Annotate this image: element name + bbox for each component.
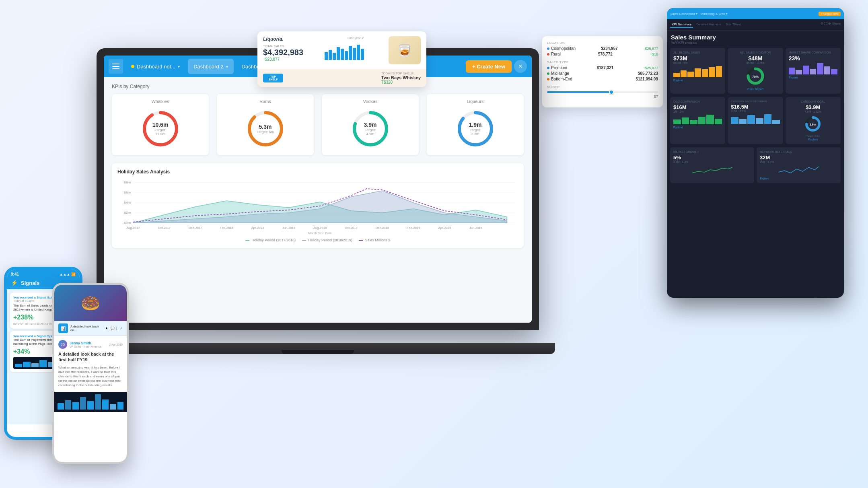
loc-name-1: Cosmopolitan <box>551 46 576 51</box>
kpi-card-liqueurs: Liqueurs 1.9m Target: 2.2m <box>427 94 524 155</box>
liquoria-brand: Liquoria. <box>263 36 303 42</box>
st-name-2: Mid-range <box>551 71 569 76</box>
location-title: LOCATION <box>547 41 658 45</box>
card1-value: $73M <box>673 55 722 62</box>
card2-sub: $5.5M · 13.5% <box>731 62 780 64</box>
slider-track[interactable] <box>547 91 658 93</box>
kpi-label-liqueurs: Liqueurs <box>467 99 483 104</box>
ss-top-cards: ALL GLOBAL SALES $73M 68.2M · 9% Explore… <box>667 46 844 95</box>
cog-explore[interactable]: Explore <box>673 126 722 129</box>
card1-bars <box>673 66 722 77</box>
create-new-button[interactable]: + Create New <box>466 60 512 73</box>
phone-app-title: Signals <box>21 280 39 286</box>
ss-card-market: MARKET SHARE COMPARISON 23% Explain <box>786 48 841 94</box>
svg-text:75%: 75% <box>752 75 759 78</box>
svg-text:$8m: $8m <box>124 180 131 184</box>
svg-text:Aug-2017: Aug-2017 <box>126 226 140 230</box>
slider-value: 57 <box>547 95 658 99</box>
liquoria-card: Liquoria. TOTAL SALES $4,392,983 ↑$23,87… <box>257 31 426 87</box>
svg-text:$6m: $6m <box>124 190 131 194</box>
kpi-label-rums: Rums <box>259 99 271 104</box>
author-title: VP Sales · North America <box>70 345 101 348</box>
bar-1 <box>325 52 328 60</box>
location-row-2: Rural $78,772 +$16 <box>547 52 658 56</box>
loc-dot-2 <box>547 53 549 56</box>
bar-5 <box>341 49 344 60</box>
card3-explore[interactable]: Explain <box>789 76 837 79</box>
ss-card-cog: COG COMPARISON $16M 1M · 2% Explore <box>670 97 725 144</box>
catgoal-ring: 3.9m <box>804 115 822 133</box>
article-author-row: JS Jenny Smith VP Sales · North America … <box>58 340 123 349</box>
top-shelf-label: TODAY'S TOP SHELF <box>381 72 421 75</box>
card1-explore[interactable]: Explore <box>673 79 722 82</box>
kpi-tab-1[interactable]: KPI Summary <box>670 22 693 28</box>
sales-type-title: SALES TYPE <box>547 60 658 64</box>
svg-text:Month Start Date: Month Start Date <box>308 231 331 235</box>
catdec-bars <box>731 114 780 124</box>
ss-title-section: Sales Summary YoY KPI metrics <box>667 31 844 46</box>
tab-dashboard-not[interactable]: Dashboard not... ▾ <box>125 59 185 74</box>
svg-text:Apr-2018: Apr-2018 <box>251 226 264 230</box>
share-icon[interactable]: ↗ <box>120 327 123 330</box>
card1-label: ALL GLOBAL SALES <box>673 51 722 54</box>
bar-4 <box>337 47 340 60</box>
sales-type-row-2: Mid-range $85,772.23 <box>547 71 658 76</box>
bar-8 <box>353 48 356 60</box>
bar-7 <box>349 46 352 60</box>
bar-9 <box>357 45 360 60</box>
slider-fill <box>547 91 614 93</box>
card2-label: ALL SALES INDICATOR <box>731 51 780 54</box>
svg-text:Apr-2019: Apr-2019 <box>438 226 451 230</box>
sales-summary-tablet: Sales Dashboard ▾ Marketing & Web ▾ + Cr… <box>667 8 844 298</box>
card1-sub: 68.2M · 9% <box>673 62 722 64</box>
comment-icon[interactable]: 💬 1 <box>111 327 117 330</box>
growth-label: MARKET GROWTH <box>673 150 751 153</box>
network-explore[interactable]: Explore <box>760 177 837 180</box>
st-value-1: $187,321 <box>597 66 614 70</box>
catdec-value: $16.5M <box>731 104 780 110</box>
ring-value-rums: 5.3m <box>257 124 274 130</box>
ss-card-growth: MARKET GROWTH 5% 4.8M · 1.4% <box>670 147 754 183</box>
ring-target-rums: Target: 6m <box>257 130 274 134</box>
phone-app-icon: ⚡ <box>11 280 18 286</box>
kpi-row: Whiskies 10.6m Target: 11.6m <box>112 94 524 155</box>
chart-legend: Holiday Period (2017/2018) Holiday Perio… <box>117 238 518 242</box>
hamburger-button[interactable] <box>109 59 123 74</box>
phone-status-icons: ▲▲▲ 📶 <box>60 272 76 276</box>
hamburger-line-3 <box>112 68 119 69</box>
ss-bottom-cards: MARKET GROWTH 5% 4.8M · 1.4% NETWORK REF… <box>667 146 844 185</box>
network-label: NETWORK REFERRALS <box>760 150 837 153</box>
slider-thumb[interactable] <box>609 90 614 95</box>
area-chart-svg: $8m $6m $4m $2m $0m <box>117 179 518 235</box>
svg-text:3.9m: 3.9m <box>810 123 816 126</box>
catgoal-value: $3.9M <box>789 104 837 110</box>
product-name: Two Bays Whiskey <box>381 75 421 80</box>
phone-bottom-chart <box>54 392 127 412</box>
catgoal-sub: 4.9M · 1.52% <box>789 110 837 113</box>
ss-card-cat-dec: CATEGORY SALES DECEMBER $16.5M 3.2M · 8.… <box>728 97 783 144</box>
tab-label-2: Dashboard 2 <box>193 64 223 70</box>
laptop-body: Dashboard not... ▾ Dashboard 2 ▾ Dashboa… <box>97 48 539 330</box>
legend-item-2: Holiday Period (2018/2019) <box>302 238 352 242</box>
svg-text:Dec-2017: Dec-2017 <box>189 226 202 230</box>
catgoal-explore[interactable]: Explain <box>789 138 837 141</box>
author-avatar: JS <box>58 340 67 349</box>
close-button[interactable]: × <box>514 60 527 73</box>
hamburger-line-2 <box>112 66 119 67</box>
tab-dot-1 <box>131 65 134 68</box>
tab-dashboard-2[interactable]: Dashboard 2 ▾ <box>188 59 233 74</box>
star-icon[interactable]: ★ <box>105 326 108 330</box>
ss-card-indicator: ALL SALES INDICATOR $48M $5.5M · 13.5% 7… <box>728 48 783 94</box>
st-value-2: $85,772.23 <box>638 71 658 76</box>
card2-report[interactable]: Open Report <box>731 88 780 91</box>
ring-value-whiskies: 10.6m <box>150 121 171 128</box>
phone-time: 9:41 <box>11 272 19 276</box>
cog-label: COG COMPARISON <box>673 100 722 103</box>
kpi-tab-2[interactable]: Detailed Analysis <box>695 22 722 28</box>
author-name: Jenny Smith <box>70 341 101 345</box>
ss-main-title: Sales Summary <box>671 34 840 41</box>
dashboard-content: KPIs by Category Whiskies 10.6m <box>104 77 532 323</box>
tn-create-btn[interactable]: + Create New <box>819 12 841 16</box>
location-panel: LOCATION Cosmopolitan $234,957 ↑$25,877 … <box>542 36 663 107</box>
kpi-tab-3[interactable]: Sub Three <box>724 22 742 28</box>
